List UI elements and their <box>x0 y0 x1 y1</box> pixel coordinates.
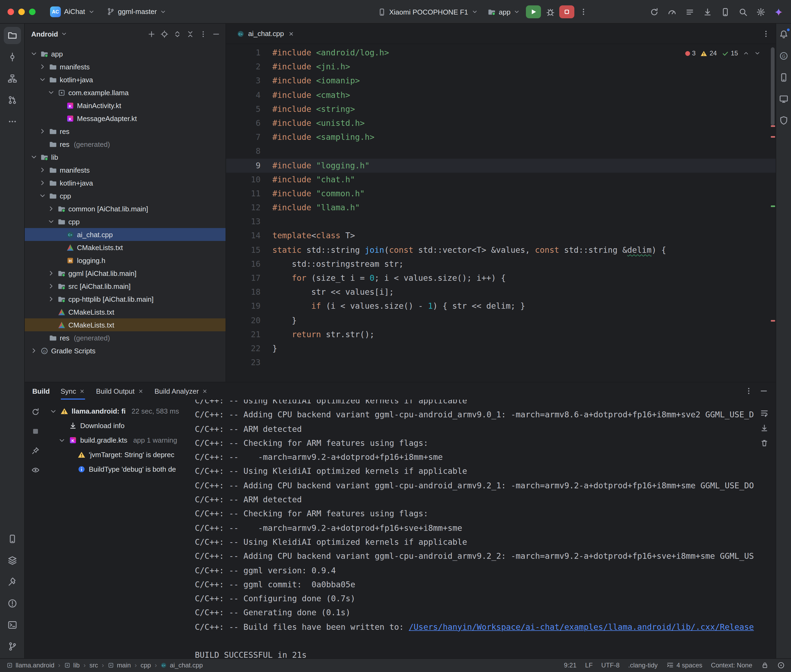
project-tree-item[interactable]: kotlin+java <box>25 73 226 86</box>
file-lock-widget[interactable] <box>761 661 769 669</box>
chevron-down-icon[interactable] <box>58 437 66 444</box>
profiler-button[interactable] <box>665 5 679 19</box>
project-tree-item[interactable]: ggml [AiChat.lib.main] <box>25 267 226 280</box>
branch-widget[interactable]: ggml-master <box>103 5 170 18</box>
tool-version-control-button[interactable] <box>3 638 21 655</box>
project-tree-item[interactable]: Hlogging.h <box>25 254 226 267</box>
editor-tab[interactable]: C+ ai_chat.cpp <box>230 24 301 43</box>
hide-button[interactable] <box>212 30 220 38</box>
build-console[interactable]: C/C++: -- Using KleidiAI optimized kerne… <box>193 400 776 658</box>
project-tree-item[interactable]: C+ai_chat.cpp <box>25 228 226 241</box>
chevron-down-icon[interactable] <box>39 76 46 83</box>
breadcrumb-item[interactable]: C+ai_chat.cpp <box>160 661 203 669</box>
device-mirroring-button[interactable] <box>718 5 732 19</box>
gradle-sync-button[interactable] <box>647 5 661 19</box>
more-run-options-button[interactable] <box>577 5 591 19</box>
chevron-down-icon[interactable] <box>50 407 57 415</box>
build-panel-title[interactable]: Build <box>32 387 50 395</box>
expand-all-button[interactable] <box>173 30 181 38</box>
tool-app-inspection-button[interactable] <box>3 552 21 569</box>
app-quality-insights-button[interactable] <box>778 115 789 126</box>
build-tree-item[interactable]: Download info <box>46 418 193 433</box>
breadcrumb-item[interactable]: src <box>89 661 98 669</box>
editor-scrollbar[interactable] <box>771 47 775 125</box>
tool-build-tool-button[interactable] <box>3 573 21 590</box>
next-problem-icon[interactable] <box>754 50 761 56</box>
close-tab-icon[interactable] <box>202 388 208 394</box>
project-tree-item[interactable]: GGradle Scripts <box>25 344 226 357</box>
warnings-count[interactable]: 24 <box>701 50 717 57</box>
close-tab-icon[interactable] <box>138 388 144 394</box>
project-tree-item[interactable]: manifests <box>25 60 226 73</box>
settings-button[interactable] <box>754 5 768 19</box>
minimize-window-button[interactable] <box>18 8 25 15</box>
chevron-right-icon[interactable] <box>39 128 46 135</box>
chevron-right-icon[interactable] <box>47 282 55 290</box>
breadcrumb-item[interactable]: main <box>107 661 131 669</box>
project-tree-item[interactable]: app <box>25 47 226 60</box>
encoding-widget[interactable]: UTF-8 <box>601 661 619 669</box>
project-tree-item[interactable]: res <box>25 125 226 138</box>
gradle-button[interactable]: G <box>778 51 789 61</box>
build-tree-item[interactable]: llama.android: fi22 sec, 583 ms <box>46 404 193 418</box>
project-widget[interactable]: AC AiChat <box>46 4 98 19</box>
project-tree-item[interactable]: CMakeLists.txt <box>25 306 226 318</box>
tool-more-tool-windows-button[interactable] <box>3 113 21 130</box>
chevron-down-icon[interactable] <box>47 89 55 96</box>
run-configuration-selector[interactable]: app <box>484 6 524 18</box>
pin-tab-button[interactable] <box>29 444 43 458</box>
build-tab-build-analyzer[interactable]: Build Analyzer <box>154 382 208 400</box>
project-tree-item[interactable]: kotlin+java <box>25 176 226 189</box>
rerun-sync-button[interactable] <box>29 405 43 419</box>
project-tree-item[interactable]: common [AiChat.lib.main] <box>25 202 226 215</box>
error-stripe-mark[interactable] <box>771 125 775 127</box>
line-ending-widget[interactable]: LF <box>585 661 593 669</box>
chevron-right-icon[interactable] <box>47 269 55 277</box>
clear-all-button[interactable] <box>759 438 769 448</box>
tool-device-explorer-button[interactable] <box>3 530 21 547</box>
device-selector[interactable]: Xiaomi POCOPHONE F1 <box>374 6 481 18</box>
project-tree-item[interactable]: lib <box>25 150 226 163</box>
project-tree-item[interactable]: manifests <box>25 163 226 176</box>
tool-project-button[interactable] <box>3 27 21 44</box>
project-tree-item[interactable]: cpp <box>25 189 226 202</box>
console-file-link[interactable]: /Users/hanyin/Workspace/ai-chat/examples… <box>409 622 754 632</box>
code-area[interactable]: 1234567891011121314151617181920212223 #i… <box>226 46 776 382</box>
close-tab-icon[interactable] <box>79 388 85 394</box>
ai-context-widget[interactable]: Context: None <box>711 661 752 669</box>
tool-commit-button[interactable] <box>3 48 21 66</box>
sdk-manager-button[interactable] <box>701 5 714 19</box>
tool-pull-requests-button[interactable] <box>3 91 21 109</box>
build-tree-item[interactable]: 'jvmTarget: String' is deprec <box>46 448 193 462</box>
add-button[interactable] <box>148 30 156 38</box>
clang-tidy-widget[interactable]: .clang-tidy <box>628 661 658 669</box>
project-tree-item[interactable]: KMainActivity.kt <box>25 99 226 112</box>
notifications-button[interactable] <box>778 29 789 40</box>
search-everywhere-button[interactable] <box>736 5 750 19</box>
project-tree-item[interactable]: src [AiChat.lib.main] <box>25 280 226 293</box>
chevron-down-icon[interactable] <box>61 30 67 37</box>
chevron-down-icon[interactable] <box>39 192 46 200</box>
close-window-button[interactable] <box>8 8 14 15</box>
indentation-widget[interactable]: 4 spaces <box>666 661 703 669</box>
project-tree-item[interactable]: res(generated) <box>25 331 226 344</box>
locate-file-button[interactable] <box>160 30 168 38</box>
project-tree-item[interactable]: CMakeLists.txt <box>25 241 226 254</box>
editor-options-icon[interactable] <box>762 29 770 38</box>
inspect-button[interactable] <box>29 463 43 477</box>
background-tasks-widget[interactable] <box>777 661 785 669</box>
build-tree-item[interactable]: BuildType 'debug' is both de <box>46 462 193 477</box>
tool-structure-button[interactable] <box>3 70 21 87</box>
logcat-button[interactable] <box>683 5 697 19</box>
build-tab-sync[interactable]: Sync <box>61 382 85 400</box>
stop-button[interactable] <box>29 424 43 438</box>
collapse-all-button[interactable] <box>186 30 194 38</box>
prev-problem-icon[interactable] <box>743 50 749 56</box>
chevron-right-icon[interactable] <box>39 179 46 187</box>
build-options-icon[interactable] <box>744 387 753 395</box>
project-view-mode[interactable]: Android <box>31 30 58 38</box>
stop-button[interactable] <box>560 5 574 18</box>
passed-count[interactable]: 15 <box>722 50 738 57</box>
chevron-right-icon[interactable] <box>47 295 55 303</box>
breadcrumb-item[interactable]: llama.android <box>6 661 55 669</box>
